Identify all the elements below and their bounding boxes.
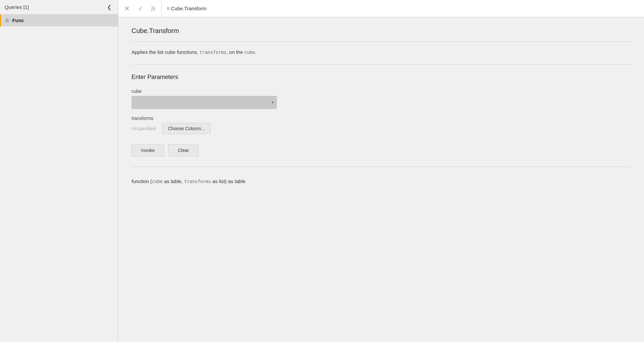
description-text: Applies the list cube functions, [132, 49, 200, 55]
description-section: Applies the list cube functions, transfo… [132, 48, 631, 64]
cube-dropdown[interactable] [132, 96, 277, 109]
content-area: Cube.Transform Applies the list cube fun… [118, 17, 644, 342]
param-group-transforms: transforms Unspecified Choose Column... [132, 116, 631, 134]
sidebar-item-func[interactable]: fx Func [0, 14, 118, 26]
signature-param2: transforms [184, 179, 211, 184]
cancel-button[interactable]: ✕ [122, 3, 133, 14]
signature-prefix: function ( [132, 178, 152, 184]
main-area: ✕ ✓ fx Cube.Transform Applies the list c… [118, 0, 644, 342]
action-buttons: Invoke Clear [132, 144, 631, 157]
sidebar-item-label: Func [12, 18, 24, 23]
signature-section: function (cube as table, transforms as l… [132, 177, 631, 185]
formula-bar: ✕ ✓ fx [118, 0, 644, 17]
signature-mid1: as table, [163, 178, 184, 184]
param-label-transforms: transforms [132, 116, 631, 121]
param-input-row-transforms: Unspecified Choose Column... [132, 123, 631, 134]
sidebar-header: Queries [1] ❮ [0, 0, 118, 14]
description-code2: cube [244, 50, 255, 55]
cube-dropdown-wrapper: ▾ [132, 96, 277, 109]
param-group-cube: cube ▾ [132, 89, 631, 109]
signature-mid2: as list) as table [211, 178, 246, 184]
param-input-row-cube: ▾ [132, 96, 631, 109]
sidebar: Queries [1] ❮ fx Func [0, 0, 118, 342]
collapse-button[interactable]: ❮ [105, 3, 113, 11]
queries-title: Queries [1] [5, 4, 29, 10]
invoke-button[interactable]: Invoke [132, 144, 164, 157]
fx-button[interactable]: fx [149, 4, 158, 13]
param-label-cube: cube [132, 89, 631, 94]
fx-icon: fx [6, 18, 9, 23]
description-end: . [255, 49, 256, 55]
signature-param1: cube [152, 179, 163, 184]
function-title: Cube.Transform [132, 27, 631, 42]
params-title: Enter Parameters [132, 74, 631, 81]
choose-column-button[interactable]: Choose Column... [162, 123, 210, 134]
formula-toolbar: ✕ ✓ fx [118, 0, 162, 17]
formula-input[interactable] [162, 6, 644, 11]
params-section: Enter Parameters cube ▾ transforms [132, 74, 631, 167]
description-mid: , on the [226, 49, 244, 55]
clear-button[interactable]: Clear [168, 144, 198, 157]
confirm-button[interactable]: ✓ [135, 3, 146, 14]
description-code1: transforms [200, 50, 226, 55]
transforms-unspecified: Unspecified [132, 126, 156, 131]
